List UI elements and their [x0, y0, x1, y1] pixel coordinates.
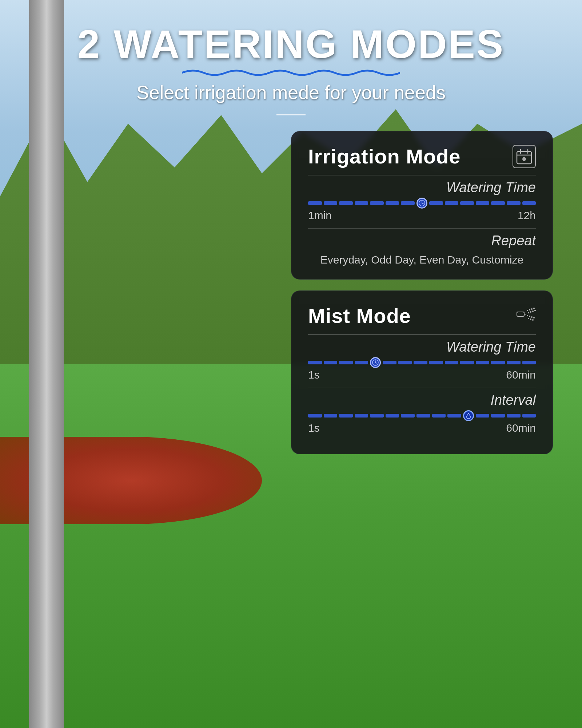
interval-dash-13 — [507, 414, 521, 418]
content-overlay: 2 WATERING MODES Select irrigation mede … — [0, 0, 582, 728]
mist-watering-min-label: 1s — [308, 369, 320, 381]
mist-dash-9 — [445, 361, 459, 364]
svg-point-13 — [528, 312, 529, 313]
irrigation-repeat-label: Repeat — [308, 233, 536, 249]
mist-dash-1 — [308, 361, 322, 364]
mist-interval-min-label: 1s — [308, 422, 320, 434]
svg-point-21 — [528, 318, 529, 319]
dash-11 — [476, 201, 490, 205]
dash-10 — [460, 201, 474, 205]
svg-point-23 — [532, 319, 534, 321]
irrigation-watering-time-label: Watering Time — [308, 180, 536, 195]
svg-rect-7 — [517, 312, 524, 316]
mist-interval-section: Interval — [308, 392, 536, 434]
irrigation-watering-slider[interactable] — [308, 201, 536, 206]
svg-point-20 — [533, 317, 535, 318]
interval-dash-3 — [339, 414, 353, 418]
svg-line-26 — [375, 363, 377, 363]
mist-dash-12 — [491, 361, 505, 364]
dash-6 — [386, 201, 399, 205]
irrigation-timer-icon — [513, 145, 536, 168]
mist-dash-5 — [383, 361, 396, 364]
svg-point-22 — [530, 318, 531, 320]
mist-card-divider-1 — [308, 334, 536, 335]
irrigation-slider-thumb[interactable] — [416, 198, 427, 209]
mist-card-divider-2 — [308, 388, 536, 388]
svg-point-18 — [529, 316, 530, 317]
mist-mode-card: Mist Mode — [291, 290, 553, 454]
dash-5 — [370, 201, 384, 205]
subtitle: Select irrigation mede for your needs — [0, 82, 582, 103]
svg-point-10 — [529, 309, 530, 310]
mist-watering-time-section: Watering Time — [308, 339, 536, 381]
interval-dash-2 — [324, 414, 338, 418]
dash-7 — [401, 201, 415, 205]
mist-spray-icon — [515, 305, 536, 327]
svg-point-15 — [532, 310, 534, 312]
svg-point-16 — [534, 310, 536, 311]
mist-interval-slider-dashes — [308, 413, 536, 418]
mist-dash-14 — [522, 361, 536, 364]
mist-interval-slider[interactable] — [308, 413, 536, 418]
interval-dash-7 — [401, 414, 415, 418]
irrigation-watering-max-label: 12h — [518, 209, 536, 222]
mist-watering-time-label: Watering Time — [308, 339, 536, 355]
dash-1 — [308, 201, 322, 205]
mist-interval-slider-thumb[interactable] — [463, 410, 474, 421]
irrigation-card-divider-1 — [308, 175, 536, 175]
mist-dash-6 — [398, 361, 412, 364]
mist-slider-dashes — [308, 360, 536, 365]
dash-9 — [445, 201, 459, 205]
dash-2 — [324, 201, 338, 205]
irrigation-repeat-options: Everyday, Odd Day, Even Day, Customize — [308, 254, 536, 266]
header-section: 2 WATERING MODES Select irrigation mede … — [0, 0, 582, 123]
mist-watering-slider[interactable] — [308, 360, 536, 365]
cards-container: Irrigation Mode Watering Time — [291, 131, 553, 454]
header-divider — [276, 114, 306, 115]
main-title: 2 WATERING MODES — [0, 22, 582, 66]
svg-line-6 — [422, 203, 423, 204]
mist-interval-slider-labels: 1s 60min — [308, 422, 536, 434]
svg-point-17 — [527, 315, 528, 316]
irrigation-watering-min-label: 1min — [308, 209, 332, 222]
irrigation-card-divider-2 — [308, 228, 536, 229]
svg-point-12 — [533, 308, 535, 309]
mist-dash-10 — [460, 361, 474, 364]
mist-dash-4 — [355, 361, 368, 364]
mist-dash-8 — [429, 361, 443, 364]
irrigation-watering-time-section: Watering Time — [308, 180, 536, 222]
mist-interval-max-label: 60min — [506, 422, 536, 434]
dash-3 — [339, 201, 353, 205]
mist-dash-13 — [507, 361, 521, 364]
interval-dash-12 — [491, 414, 505, 418]
mist-card-header: Mist Mode — [308, 304, 536, 328]
mist-interval-label: Interval — [308, 392, 536, 408]
mist-card-title: Mist Mode — [308, 304, 411, 328]
mist-watering-slider-labels: 1s 60min — [308, 369, 536, 381]
dash-8 — [429, 201, 443, 205]
wave-decoration — [0, 68, 582, 78]
irrigation-repeat-section: Repeat Everyday, Odd Day, Even Day, Cust… — [308, 233, 536, 266]
mist-watering-slider-thumb[interactable] — [370, 357, 381, 368]
interval-dash-5 — [370, 414, 384, 418]
dash-12 — [491, 201, 505, 205]
mist-watering-max-label: 60min — [506, 369, 536, 381]
svg-point-19 — [531, 316, 533, 318]
interval-dash-8 — [416, 414, 430, 418]
mist-dash-7 — [414, 361, 427, 364]
svg-point-9 — [527, 310, 528, 311]
dash-4 — [355, 201, 368, 205]
interval-dash-1 — [308, 414, 322, 418]
mist-dash-2 — [324, 361, 338, 364]
mist-dash-11 — [476, 361, 490, 364]
irrigation-card-title: Irrigation Mode — [308, 145, 461, 168]
interval-dash-6 — [386, 414, 399, 418]
mist-dash-3 — [339, 361, 353, 364]
dash-13 — [507, 201, 521, 205]
svg-point-11 — [531, 308, 533, 310]
interval-dash-14 — [522, 414, 536, 418]
svg-point-14 — [530, 311, 531, 313]
irrigation-card-header: Irrigation Mode — [308, 145, 536, 168]
interval-dash-4 — [355, 414, 368, 418]
irrigation-slider-dashes — [308, 201, 536, 206]
